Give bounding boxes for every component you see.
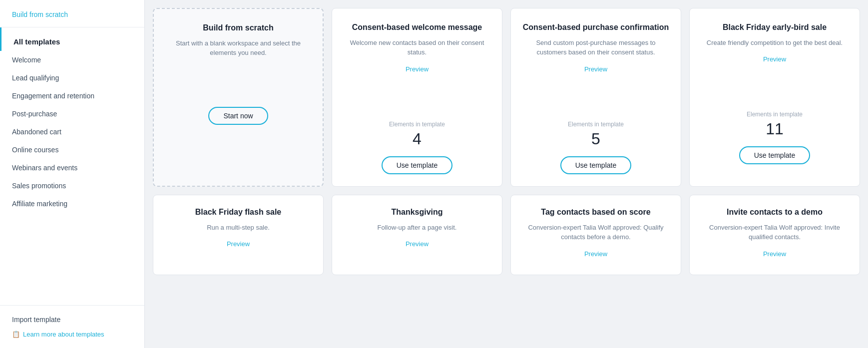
template-card-thanksgiving: Thanksgiving Follow-up after a page visi… [332, 195, 502, 275]
use-template-button-black-friday-earlybird[interactable]: Use template [739, 146, 810, 164]
sidebar-import-template[interactable]: Import template [12, 316, 132, 324]
card-elements-count-black-friday-earlybird: 11 [766, 120, 784, 138]
sidebar-build-from-scratch-link[interactable]: Build from scratch [12, 10, 68, 18]
templates-grid-bottom: Black Friday flash sale Run a multi-step… [153, 195, 860, 275]
card-elements-count-consent-purchase: 5 [591, 130, 600, 148]
sidebar-item-abandoned-cart[interactable]: Abandoned cart [0, 123, 144, 141]
sidebar-item-sales-promotions[interactable]: Sales promotions [0, 177, 144, 195]
card-desc-black-friday-earlybird: Create friendly competition to get the b… [707, 38, 843, 48]
template-card-consent-welcome: Consent-based welcome message Welcome ne… [332, 8, 502, 187]
card-title-thanksgiving: Thanksgiving [391, 207, 442, 218]
sidebar-item-post-purchase[interactable]: Post-purchase [0, 105, 144, 123]
templates-grid-top: Build from scratch Start with a blank wo… [153, 8, 860, 187]
card-preview-black-friday-earlybird[interactable]: Preview [763, 55, 786, 63]
sidebar-footer: Import template 📋 Learn more about templ… [0, 305, 144, 348]
card-preview-thanksgiving[interactable]: Preview [406, 240, 429, 248]
card-title-invite-demo: Invite contacts to a demo [727, 207, 823, 218]
sidebar-item-engagement-and-retention[interactable]: Engagement and retention [0, 87, 144, 105]
card-desc-build-from-scratch: Start with a blank workspace and select … [164, 38, 313, 58]
card-elements-label-consent-purchase: Elements in template [568, 121, 624, 128]
template-card-build-from-scratch: Build from scratch Start with a blank wo… [153, 8, 324, 187]
card-desc-tag-contacts: Conversion-expert Talia Wolf approved: Q… [521, 223, 671, 242]
template-card-consent-purchase: Consent-based purchase confirmation Send… [510, 8, 681, 187]
card-desc-thanksgiving: Follow-up after a page visit. [378, 223, 457, 233]
card-title-black-friday-earlybird: Black Friday early-bird sale [723, 22, 827, 33]
card-preview-consent-welcome[interactable]: Preview [406, 65, 429, 73]
card-title-build-from-scratch: Build from scratch [203, 23, 273, 33]
book-icon: 📋 [12, 331, 20, 338]
sidebar-item-lead-qualifying[interactable]: Lead qualifying [0, 69, 144, 87]
card-preview-consent-purchase[interactable]: Preview [584, 65, 607, 73]
sidebar-learn-more[interactable]: 📋 Learn more about templates [12, 331, 132, 338]
card-desc-invite-demo: Conversion-expert Talia Wolf approved: I… [700, 223, 850, 242]
card-elements-count-consent-welcome: 4 [413, 130, 422, 148]
use-template-button-consent-purchase[interactable]: Use template [560, 156, 631, 174]
card-elements-label-black-friday-earlybird: Elements in template [747, 111, 803, 118]
start-now-button[interactable]: Start now [208, 107, 268, 125]
card-title-consent-purchase: Consent-based purchase confirmation [523, 22, 669, 33]
sidebar: Build from scratch All templates Welcome… [0, 0, 145, 348]
template-card-black-friday-earlybird: Black Friday early-bird sale Create frie… [689, 8, 860, 187]
card-desc-consent-purchase: Send custom post-purchase messages to cu… [521, 38, 671, 57]
template-card-invite-demo: Invite contacts to a demo Conversion-exp… [689, 195, 860, 275]
card-desc-consent-welcome: Welcome new contacts based on their cons… [342, 38, 492, 57]
template-card-tag-contacts: Tag contacts based on score Conversion-e… [510, 195, 681, 275]
sidebar-item-welcome[interactable]: Welcome [0, 51, 144, 69]
card-preview-black-friday-flash[interactable]: Preview [227, 240, 250, 248]
card-preview-tag-contacts[interactable]: Preview [584, 250, 607, 258]
card-title-tag-contacts: Tag contacts based on score [541, 207, 650, 218]
template-card-black-friday-flash: Black Friday flash sale Run a multi-step… [153, 195, 324, 275]
sidebar-item-online-courses[interactable]: Online courses [0, 141, 144, 159]
use-template-button-consent-welcome[interactable]: Use template [382, 156, 452, 174]
card-preview-invite-demo[interactable]: Preview [763, 250, 786, 258]
card-desc-black-friday-flash: Run a multi-step sale. [207, 223, 270, 233]
sidebar-all-templates[interactable]: All templates [0, 27, 144, 51]
sidebar-item-webinars-and-events[interactable]: Webinars and events [0, 159, 144, 177]
sidebar-item-affiliate-marketing[interactable]: Affiliate marketing [0, 195, 144, 213]
sidebar-nav: WelcomeLead qualifyingEngagement and ret… [0, 51, 144, 213]
card-title-consent-welcome: Consent-based welcome message [352, 22, 482, 33]
main-content: Build from scratch Start with a blank wo… [145, 0, 868, 348]
sidebar-build-from-scratch-section: Build from scratch [0, 0, 144, 27]
card-elements-label-consent-welcome: Elements in template [389, 121, 445, 128]
card-title-black-friday-flash: Black Friday flash sale [195, 207, 282, 218]
